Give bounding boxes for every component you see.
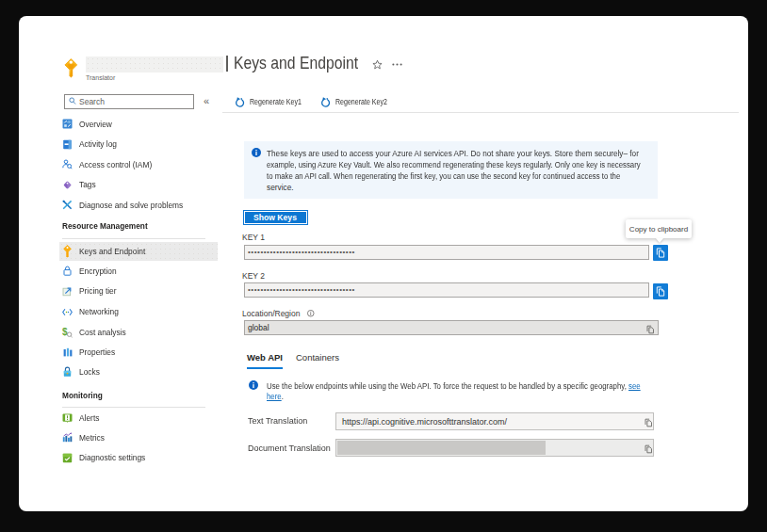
svg-text:$: $	[62, 327, 68, 337]
